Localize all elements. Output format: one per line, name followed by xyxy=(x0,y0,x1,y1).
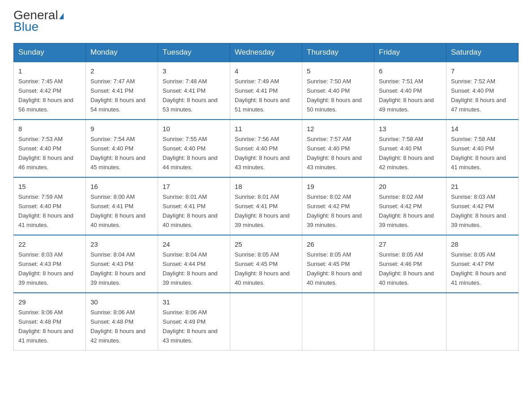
day-number: 23 xyxy=(90,239,153,249)
day-number: 1 xyxy=(18,66,81,76)
day-number: 3 xyxy=(163,66,225,76)
dow-header-saturday: Saturday xyxy=(446,43,519,62)
day-number: 25 xyxy=(235,239,297,249)
calendar-cell: 2Sunrise: 7:47 AMSunset: 4:41 PMDaylight… xyxy=(86,62,158,120)
day-number: 22 xyxy=(18,239,81,249)
day-info: Sunrise: 8:00 AMSunset: 4:41 PMDaylight:… xyxy=(90,193,146,228)
calendar-cell: 30Sunrise: 8:06 AMSunset: 4:48 PMDayligh… xyxy=(86,293,158,350)
day-number: 24 xyxy=(163,239,225,249)
calendar-cell: 14Sunrise: 7:58 AMSunset: 4:40 PMDayligh… xyxy=(446,120,519,177)
dow-header-monday: Monday xyxy=(86,43,158,62)
day-info: Sunrise: 7:47 AMSunset: 4:41 PMDaylight:… xyxy=(90,78,146,113)
day-info: Sunrise: 7:53 AMSunset: 4:40 PMDaylight:… xyxy=(18,136,73,171)
calendar-cell: 5Sunrise: 7:50 AMSunset: 4:40 PMDaylight… xyxy=(302,62,374,120)
day-info: Sunrise: 7:57 AMSunset: 4:40 PMDaylight:… xyxy=(307,136,362,171)
day-info: Sunrise: 8:04 AMSunset: 4:43 PMDaylight:… xyxy=(90,251,146,286)
calendar-cell: 6Sunrise: 7:51 AMSunset: 4:40 PMDaylight… xyxy=(374,62,446,120)
day-number: 21 xyxy=(451,181,514,192)
day-number: 19 xyxy=(307,181,369,192)
day-info: Sunrise: 8:02 AMSunset: 4:42 PMDaylight:… xyxy=(307,193,362,228)
calendar-cell: 11Sunrise: 7:56 AMSunset: 4:40 PMDayligh… xyxy=(230,120,302,177)
day-info: Sunrise: 7:58 AMSunset: 4:40 PMDaylight:… xyxy=(379,136,434,171)
day-info: Sunrise: 8:05 AMSunset: 4:45 PMDaylight:… xyxy=(307,251,362,286)
day-number: 27 xyxy=(379,239,442,249)
day-info: Sunrise: 7:56 AMSunset: 4:40 PMDaylight:… xyxy=(235,136,290,171)
calendar-cell xyxy=(374,293,446,350)
calendar-cell: 23Sunrise: 8:04 AMSunset: 4:43 PMDayligh… xyxy=(86,235,158,293)
day-number: 4 xyxy=(235,66,297,76)
day-info: Sunrise: 8:01 AMSunset: 4:41 PMDaylight:… xyxy=(163,193,218,228)
day-info: Sunrise: 7:50 AMSunset: 4:40 PMDaylight:… xyxy=(307,78,362,113)
calendar-cell: 10Sunrise: 7:55 AMSunset: 4:40 PMDayligh… xyxy=(158,120,230,177)
calendar-cell: 13Sunrise: 7:58 AMSunset: 4:40 PMDayligh… xyxy=(374,120,446,177)
day-info: Sunrise: 8:05 AMSunset: 4:47 PMDaylight:… xyxy=(451,251,506,286)
day-info: Sunrise: 8:03 AMSunset: 4:43 PMDaylight:… xyxy=(18,251,73,286)
calendar-cell xyxy=(230,293,302,350)
calendar-cell: 19Sunrise: 8:02 AMSunset: 4:42 PMDayligh… xyxy=(302,177,374,235)
day-number: 14 xyxy=(451,124,514,134)
calendar-cell: 1Sunrise: 7:45 AMSunset: 4:42 PMDaylight… xyxy=(14,62,86,120)
day-number: 31 xyxy=(163,297,225,307)
dow-header-sunday: Sunday xyxy=(14,43,86,62)
calendar-cell: 16Sunrise: 8:00 AMSunset: 4:41 PMDayligh… xyxy=(86,177,158,235)
dow-header-wednesday: Wednesday xyxy=(230,43,302,62)
day-info: Sunrise: 7:49 AMSunset: 4:41 PMDaylight:… xyxy=(235,78,290,113)
day-number: 26 xyxy=(307,239,369,249)
day-info: Sunrise: 7:58 AMSunset: 4:40 PMDaylight:… xyxy=(451,136,506,171)
day-number: 20 xyxy=(379,181,442,192)
calendar-cell: 31Sunrise: 8:06 AMSunset: 4:49 PMDayligh… xyxy=(158,293,230,350)
calendar-cell: 29Sunrise: 8:06 AMSunset: 4:48 PMDayligh… xyxy=(14,293,86,350)
day-number: 10 xyxy=(163,124,225,134)
day-info: Sunrise: 7:59 AMSunset: 4:40 PMDaylight:… xyxy=(18,193,73,228)
day-info: Sunrise: 8:06 AMSunset: 4:48 PMDaylight:… xyxy=(90,309,146,344)
day-info: Sunrise: 8:06 AMSunset: 4:48 PMDaylight:… xyxy=(18,309,73,344)
calendar-cell: 4Sunrise: 7:49 AMSunset: 4:41 PMDaylight… xyxy=(230,62,302,120)
day-info: Sunrise: 7:48 AMSunset: 4:41 PMDaylight:… xyxy=(163,78,218,113)
calendar-cell: 8Sunrise: 7:53 AMSunset: 4:40 PMDaylight… xyxy=(14,120,86,177)
day-number: 18 xyxy=(235,181,297,192)
day-number: 8 xyxy=(18,124,81,134)
day-info: Sunrise: 8:04 AMSunset: 4:44 PMDaylight:… xyxy=(163,251,218,286)
calendar-cell: 28Sunrise: 8:05 AMSunset: 4:47 PMDayligh… xyxy=(446,235,519,293)
day-info: Sunrise: 8:01 AMSunset: 4:41 PMDaylight:… xyxy=(235,193,290,228)
calendar-cell xyxy=(446,293,519,350)
calendar-cell: 3Sunrise: 7:48 AMSunset: 4:41 PMDaylight… xyxy=(158,62,230,120)
calendar-cell: 25Sunrise: 8:05 AMSunset: 4:45 PMDayligh… xyxy=(230,235,302,293)
calendar-cell: 18Sunrise: 8:01 AMSunset: 4:41 PMDayligh… xyxy=(230,177,302,235)
day-info: Sunrise: 8:06 AMSunset: 4:49 PMDaylight:… xyxy=(163,309,218,344)
day-number: 6 xyxy=(379,66,442,76)
calendar-cell: 7Sunrise: 7:52 AMSunset: 4:40 PMDaylight… xyxy=(446,62,519,120)
day-number: 5 xyxy=(307,66,369,76)
day-number: 30 xyxy=(90,297,153,307)
day-number: 28 xyxy=(451,239,514,249)
calendar-cell: 15Sunrise: 7:59 AMSunset: 4:40 PMDayligh… xyxy=(14,177,86,235)
calendar-cell: 12Sunrise: 7:57 AMSunset: 4:40 PMDayligh… xyxy=(302,120,374,177)
dow-header-tuesday: Tuesday xyxy=(158,43,230,62)
day-number: 7 xyxy=(451,66,514,76)
day-number: 12 xyxy=(307,124,369,134)
header: General Blue xyxy=(13,9,519,34)
day-info: Sunrise: 8:03 AMSunset: 4:42 PMDaylight:… xyxy=(451,193,506,228)
calendar-cell: 26Sunrise: 8:05 AMSunset: 4:45 PMDayligh… xyxy=(302,235,374,293)
calendar-cell: 20Sunrise: 8:02 AMSunset: 4:42 PMDayligh… xyxy=(374,177,446,235)
day-number: 16 xyxy=(90,181,153,192)
day-info: Sunrise: 7:45 AMSunset: 4:42 PMDaylight:… xyxy=(18,78,73,113)
day-number: 17 xyxy=(163,181,225,192)
day-info: Sunrise: 7:54 AMSunset: 4:40 PMDaylight:… xyxy=(90,136,146,171)
day-info: Sunrise: 7:52 AMSunset: 4:40 PMDaylight:… xyxy=(451,78,506,113)
day-info: Sunrise: 7:55 AMSunset: 4:40 PMDaylight:… xyxy=(163,136,218,171)
calendar-cell: 21Sunrise: 8:03 AMSunset: 4:42 PMDayligh… xyxy=(446,177,519,235)
day-info: Sunrise: 7:51 AMSunset: 4:40 PMDaylight:… xyxy=(379,78,434,113)
calendar-table: SundayMondayTuesdayWednesdayThursdayFrid… xyxy=(13,43,519,351)
logo-blue: Blue xyxy=(13,20,39,34)
day-number: 13 xyxy=(379,124,442,134)
calendar-cell: 27Sunrise: 8:05 AMSunset: 4:46 PMDayligh… xyxy=(374,235,446,293)
dow-header-thursday: Thursday xyxy=(302,43,374,62)
day-info: Sunrise: 8:05 AMSunset: 4:46 PMDaylight:… xyxy=(379,251,434,286)
day-number: 2 xyxy=(90,66,153,76)
day-info: Sunrise: 8:02 AMSunset: 4:42 PMDaylight:… xyxy=(379,193,434,228)
calendar-cell: 22Sunrise: 8:03 AMSunset: 4:43 PMDayligh… xyxy=(14,235,86,293)
calendar-cell: 9Sunrise: 7:54 AMSunset: 4:40 PMDaylight… xyxy=(86,120,158,177)
day-number: 29 xyxy=(18,297,81,307)
day-info: Sunrise: 8:05 AMSunset: 4:45 PMDaylight:… xyxy=(235,251,290,286)
